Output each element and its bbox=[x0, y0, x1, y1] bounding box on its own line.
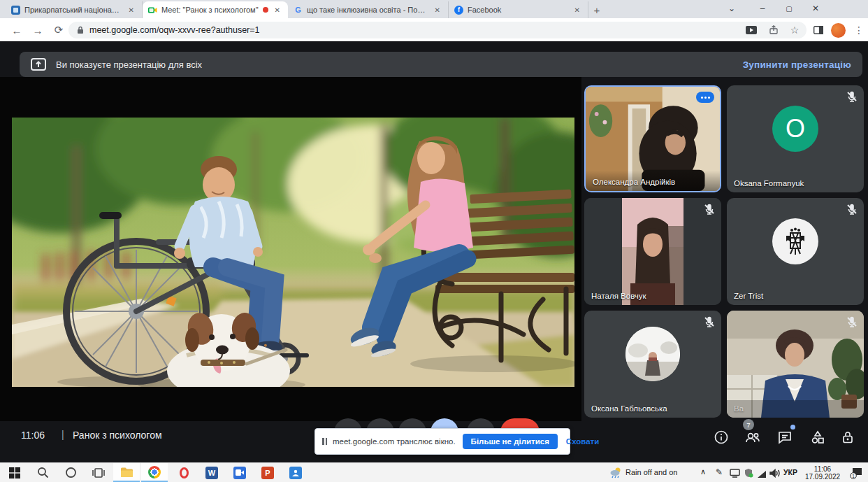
meet-app-icon[interactable] bbox=[226, 463, 253, 482]
task-view-icon[interactable] bbox=[85, 463, 112, 482]
tab-search[interactable]: G що таке інклюзивна освіта - Пош... ✕ bbox=[288, 1, 449, 18]
participant-tile-video[interactable]: Ва bbox=[727, 311, 864, 418]
stop-sharing-button[interactable]: Більше не ділитися bbox=[463, 434, 558, 449]
participant-name: Оксана Габльовська bbox=[591, 404, 667, 413]
participant-avatar bbox=[625, 327, 680, 381]
stop-presentation-button[interactable]: Зупинити презентацію bbox=[743, 59, 851, 70]
host-controls-icon[interactable] bbox=[839, 429, 856, 446]
university-favicon-icon bbox=[11, 6, 20, 15]
profile-avatar[interactable] bbox=[829, 22, 847, 38]
new-tab-button[interactable]: + bbox=[588, 1, 605, 18]
tray-expand-chevron[interactable]: ∧ bbox=[700, 467, 706, 476]
present-screen-icon bbox=[31, 58, 46, 71]
chat-notification-dot bbox=[790, 425, 795, 430]
recording-indicator-icon bbox=[263, 7, 268, 13]
opera-icon[interactable] bbox=[171, 463, 197, 482]
tab-facebook[interactable]: f Facebook ✕ bbox=[449, 1, 588, 18]
pen-tray-icon[interactable]: ✎ bbox=[716, 467, 723, 477]
keyboard-language[interactable]: УКР bbox=[783, 468, 797, 476]
google-favicon-icon: G bbox=[294, 6, 303, 15]
participant-tile-zer-trist[interactable]: Zer Trist bbox=[727, 198, 864, 305]
mic-off-icon bbox=[846, 90, 858, 103]
participant-name: Oksana Formanyuk bbox=[734, 179, 804, 187]
url-input[interactable]: meet.google.com/oqw-xxvv-ree?authuser=1 bbox=[68, 22, 806, 38]
screen-share-notice: meet.google.com транслює вікно. Більше н… bbox=[314, 428, 570, 455]
mic-off-icon bbox=[846, 316, 858, 328]
url-text: meet.google.com/oqw-xxvv-ree?authuser=1 bbox=[89, 25, 260, 35]
word-icon[interactable]: W bbox=[198, 463, 225, 482]
reload-button[interactable]: ⟳ bbox=[50, 22, 67, 38]
participant-avatar: O bbox=[772, 106, 818, 152]
window-minimize-button[interactable]: – bbox=[751, 0, 774, 17]
pause-sharing-icon[interactable] bbox=[322, 438, 327, 445]
tray-date: 17.09.2022 bbox=[802, 473, 843, 481]
cortana-icon[interactable] bbox=[57, 463, 84, 482]
screen: Прикарпатський національний у... ✕ Meet:… bbox=[0, 0, 868, 482]
activities-icon[interactable] bbox=[809, 429, 826, 446]
avatar-initial: O bbox=[786, 114, 805, 143]
participants-count-badge: 7 bbox=[743, 419, 754, 430]
chrome-icon[interactable] bbox=[141, 463, 168, 482]
presentation-slide bbox=[12, 118, 574, 387]
close-tab-icon[interactable]: ✕ bbox=[126, 6, 136, 15]
participant-name: Олександра Андрійків bbox=[593, 178, 675, 186]
share-icon[interactable] bbox=[765, 22, 783, 38]
tray-time: 11:06 bbox=[802, 465, 843, 473]
file-explorer-icon[interactable] bbox=[113, 463, 140, 482]
action-center-icon[interactable]: 1 bbox=[850, 467, 863, 482]
tab-meet[interactable]: Meet: "Ранок з психологом" ✕ bbox=[143, 1, 288, 18]
close-tab-icon[interactable]: ✕ bbox=[572, 6, 582, 15]
footer-divider: | bbox=[62, 429, 64, 440]
close-tab-icon[interactable]: ✕ bbox=[273, 6, 282, 15]
participant-tile-oksana-f[interactable]: O Oksana Formanyuk bbox=[727, 85, 864, 192]
share-notice-message: meet.google.com транслює вікно. bbox=[333, 437, 456, 446]
participant-name: Zer Trist bbox=[734, 292, 763, 300]
meeting-title: Ранок з психологом bbox=[73, 430, 162, 441]
browser-menu-icon[interactable]: ⋮ bbox=[850, 22, 868, 38]
hide-notice-button[interactable]: Сховати bbox=[566, 437, 599, 446]
tile-options-icon[interactable] bbox=[696, 92, 714, 103]
tab-university[interactable]: Прикарпатський національний у... ✕ bbox=[6, 1, 143, 18]
search-icon[interactable] bbox=[29, 463, 56, 482]
tab-title: Прикарпатський національний у... bbox=[24, 6, 122, 14]
tab-title: Facebook bbox=[468, 6, 568, 14]
meeting-details-icon[interactable] bbox=[713, 429, 730, 446]
presenting-banner: Ви показуєте презентацію для всіх Зупини… bbox=[20, 52, 862, 77]
window-maximize-button[interactable]: ▢ bbox=[777, 0, 801, 17]
side-panel-icon[interactable] bbox=[809, 22, 827, 38]
browser-tab-strip: Прикарпатський національний у... ✕ Meet:… bbox=[0, 0, 868, 18]
back-button[interactable]: ← bbox=[8, 22, 25, 38]
window-chevron-button[interactable]: ⌄ bbox=[720, 0, 744, 17]
photos-app-icon[interactable] bbox=[282, 463, 309, 482]
mic-off-icon bbox=[703, 203, 716, 215]
lock-icon bbox=[77, 26, 84, 34]
tray-clock[interactable]: 11:06 17.09.2022 bbox=[802, 465, 843, 481]
powerpoint-icon[interactable]: P bbox=[254, 463, 281, 482]
participant-video bbox=[584, 198, 721, 305]
participant-tile-natalia[interactable]: Наталя Вовчук bbox=[584, 198, 721, 305]
windows-taskbar: W P Rain off and on ∧ ✎ УКР 11:06 17.09.… bbox=[0, 462, 868, 482]
bookmark-star-icon[interactable]: ☆ bbox=[786, 22, 804, 38]
volume-tray-icon[interactable] bbox=[769, 468, 780, 481]
show-everyone-icon[interactable] bbox=[744, 429, 761, 446]
window-close-button[interactable]: ✕ bbox=[804, 0, 827, 17]
meeting-clock: 11:06 bbox=[21, 430, 45, 441]
tab-sharing-icon[interactable] bbox=[742, 22, 760, 38]
chat-icon[interactable] bbox=[776, 429, 793, 446]
participant-tile-oksana-g[interactable]: Оксана Габльовська bbox=[584, 311, 721, 418]
network-tray-icon[interactable] bbox=[757, 469, 767, 481]
tab-title: Meet: "Ранок з психологом" bbox=[161, 6, 259, 14]
participant-name: Наталя Вовчук bbox=[591, 292, 646, 300]
security-tray-icon[interactable] bbox=[744, 468, 753, 481]
close-tab-icon[interactable]: ✕ bbox=[433, 6, 442, 15]
weather-label[interactable]: Rain off and on bbox=[625, 468, 677, 476]
participant-name: Ва bbox=[734, 404, 744, 413]
participant-video bbox=[727, 311, 864, 418]
facebook-favicon-icon: f bbox=[454, 6, 463, 15]
participant-tile-oleksandra[interactable]: Олександра Андрійків bbox=[584, 85, 721, 192]
forward-button[interactable]: → bbox=[29, 22, 46, 38]
display-tray-icon[interactable] bbox=[730, 468, 740, 481]
start-button[interactable] bbox=[1, 463, 28, 482]
presenting-message: Ви показуєте презентацію для всіх bbox=[56, 59, 202, 70]
weather-icon[interactable] bbox=[609, 467, 622, 481]
